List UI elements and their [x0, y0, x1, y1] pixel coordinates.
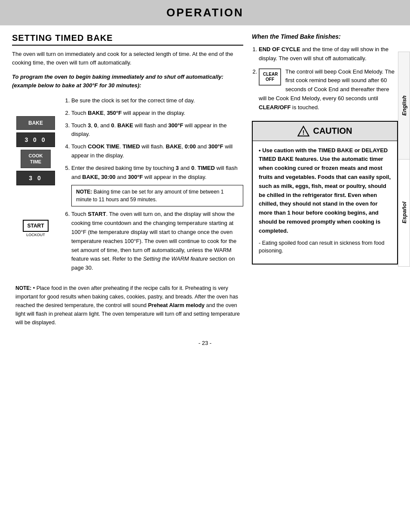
page-title: OPERATION [0, 6, 410, 19]
main-content: SETTING TIMED BAKE The oven will turn on… [0, 33, 410, 327]
caution-body: • Use caution with the TIMED BAKE or DEL… [253, 141, 397, 264]
bake-button[interactable]: BAKE [16, 116, 55, 130]
right-steps-list: END OF CYCLE and the time of day will sh… [252, 45, 398, 112]
note-box: NOTE: Baking time can be set for any amo… [71, 185, 243, 206]
caution-box: ! CAUTION • Use caution with the TIMED B… [252, 121, 398, 264]
caution-title: CAUTION [313, 126, 352, 136]
lockout-label: LOCKOUT [26, 233, 45, 237]
bottom-note-text: • Place food in the oven after preheatin… [15, 285, 240, 326]
when-title: When the Timed Bake finishes: [252, 33, 398, 40]
step-6: Touch START. The oven will turn on, and … [71, 210, 243, 273]
caution-triangle-icon: ! [297, 125, 309, 137]
page-header: OPERATION [0, 0, 410, 25]
step-4: Touch COOK TIME. TIMED will flash. BAKE,… [71, 142, 243, 160]
english-label-text: English [401, 95, 407, 116]
clear-off-button[interactable]: CLEAROFF [259, 68, 281, 86]
step-3: Touch 3, 0, and 0. BAKE will flash and 3… [71, 121, 243, 139]
espanol-label: Español [398, 160, 410, 267]
left-column: SETTING TIMED BAKE The oven will turn on… [12, 33, 243, 327]
bottom-note-label: NOTE: [15, 285, 31, 291]
start-button-wrap: START LOCKOUT [23, 220, 49, 237]
step-2: Touch BAKE, 350°F will appear in the dis… [71, 109, 243, 118]
note-label: NOTE: [76, 189, 92, 195]
button-column: BAKE 3 0 0 COOKTIME 3 0 START LOCKOUT [12, 96, 59, 276]
cook-time-label: COOKTIME [29, 153, 43, 164]
instructions-list: Be sure the clock is set for the correct… [64, 96, 243, 273]
italic-instruction: To program the oven to begin baking imme… [12, 73, 243, 89]
nums2-button[interactable]: 3 0 [16, 171, 55, 185]
caution-main-text: • Use caution with the TIMED BAKE or DEL… [259, 146, 391, 236]
bottom-note: NOTE: • Place food in the oven after pre… [12, 284, 243, 327]
step-1: Be sure the clock is set for the correct… [71, 96, 243, 105]
cook-time-button[interactable]: COOKTIME [21, 150, 51, 168]
clear-off-wrap: CLEAROFF The control will beep Cook End … [259, 68, 398, 112]
caution-sub-note: - Eating spoiled food can result in sick… [259, 239, 391, 255]
english-label: English [398, 52, 410, 160]
intro-text: The oven will turn on immediately and co… [12, 50, 243, 67]
steps-list: Be sure the clock is set for the correct… [64, 96, 243, 276]
espanol-label-text: Español [401, 202, 407, 224]
nums1-button[interactable]: 3 0 0 [16, 132, 55, 147]
right-column: When the Timed Bake finishes: END OF CYC… [252, 33, 398, 327]
page-number: - 23 - [0, 340, 410, 353]
start-button[interactable]: START [23, 220, 49, 232]
section-title: SETTING TIMED BAKE [12, 33, 243, 46]
steps-area: BAKE 3 0 0 COOKTIME 3 0 START LOCKOUT Be… [12, 96, 243, 276]
right-step-1: END OF CYCLE and the time of day will sh… [259, 45, 398, 63]
caution-header: ! CAUTION [253, 122, 397, 141]
svg-text:!: ! [303, 129, 305, 136]
side-labels: English Español [398, 52, 410, 267]
step-5: Enter the desired baking time by touchin… [71, 164, 243, 207]
right-step-2: CLEAROFF The control will beep Cook End … [259, 68, 398, 112]
